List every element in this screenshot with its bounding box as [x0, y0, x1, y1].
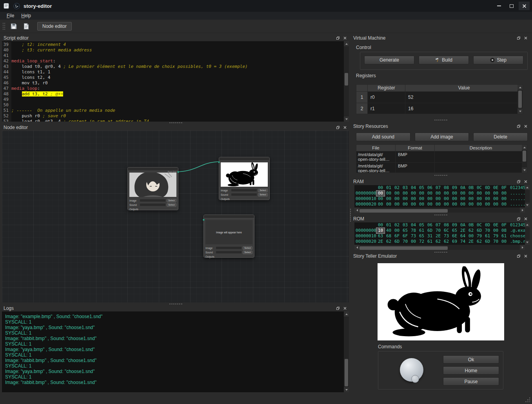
hex-byte-cell[interactable]: 00 — [442, 196, 450, 202]
register-row[interactable]: 2r116 — [356, 103, 523, 114]
media-node-1[interactable]: Port Out Image Select Sound Select — [127, 167, 178, 210]
hex-byte-cell[interactable]: 00 — [409, 191, 418, 196]
hex-byte-cell[interactable]: 00 — [393, 228, 401, 233]
hex-byte-cell[interactable]: 65 — [418, 233, 426, 239]
hex-byte-cell[interactable]: 72 — [418, 239, 426, 244]
window-resize-grip[interactable] — [525, 397, 530, 402]
registers-scrollbar[interactable] — [517, 85, 523, 114]
hex-byte-cell[interactable]: 00 — [401, 202, 409, 207]
build-button[interactable]: Build — [419, 56, 469, 64]
titlebar[interactable]: story-editor — [0, 0, 532, 12]
hex-byte-cell[interactable]: 62 — [385, 239, 393, 244]
hex-byte-cell[interactable]: 00 — [393, 202, 401, 207]
scroll-left-button[interactable] — [354, 245, 360, 250]
home-button[interactable]: Home — [443, 366, 499, 375]
close-icon[interactable] — [523, 124, 528, 129]
hex-byte-cell[interactable]: 00 — [492, 196, 500, 202]
code-lines[interactable]: 39 ; t2: increment 440 ; t3: current med… — [2, 42, 344, 122]
scroll-down-button[interactable] — [522, 167, 527, 173]
media-node-2[interactable]: Image Select Sound Select Outputs — [219, 157, 270, 200]
hex-byte-cell[interactable]: 00 — [393, 191, 401, 196]
hex-byte-cell[interactable]: 6D — [475, 228, 483, 233]
hex-byte-cell[interactable]: 00 — [442, 191, 450, 196]
scroll-right-button[interactable] — [520, 207, 525, 213]
save-button[interactable] — [8, 21, 19, 31]
hex-byte-cell[interactable]: 00 — [418, 196, 426, 202]
hex-byte-cell[interactable]: 00 — [492, 228, 500, 233]
logs-view[interactable]: Image: "example.bmp" , Sound: "choose1.s… — [2, 311, 349, 392]
scroll-up-button[interactable] — [344, 41, 349, 46]
hex-byte-cell[interactable]: 6E — [450, 233, 459, 239]
hex-byte-cell[interactable]: 31 — [426, 233, 434, 239]
step-button[interactable]: Step — [473, 56, 523, 64]
resources-scrollbar[interactable] — [522, 145, 527, 173]
hex-byte-cell[interactable]: 10 — [376, 228, 385, 233]
hex-byte-cell[interactable]: 73 — [409, 233, 418, 239]
close-icon[interactable] — [523, 179, 528, 184]
hex-byte-cell[interactable]: 65 — [450, 228, 459, 233]
hex-byte-cell[interactable]: 00 — [459, 196, 467, 202]
scroll-right-button[interactable] — [520, 245, 525, 250]
ok-button[interactable]: Ok — [443, 355, 499, 364]
scroll-down-button[interactable] — [344, 387, 349, 392]
hex-byte-cell[interactable]: 00 — [500, 196, 508, 202]
hex-byte-cell[interactable]: 00 — [483, 191, 492, 196]
scrollbar-thumb[interactable] — [518, 91, 522, 108]
hex-byte-cell[interactable]: 00 — [401, 196, 409, 202]
hex-byte-cell[interactable]: 00 — [426, 191, 434, 196]
hex-byte-cell[interactable]: 73 — [442, 233, 450, 239]
hex-byte-cell[interactable]: 00 — [426, 196, 434, 202]
hex-byte-cell[interactable]: 62 — [442, 239, 450, 244]
hex-byte-cell[interactable]: 00 — [385, 202, 393, 207]
hex-byte-cell[interactable]: 00 — [450, 202, 459, 207]
hex-byte-cell[interactable]: 6D — [426, 228, 434, 233]
hex-byte-cell[interactable]: 63 — [376, 233, 385, 239]
scroll-down-button[interactable] — [525, 203, 530, 207]
hex-byte-cell[interactable]: 79 — [492, 233, 500, 239]
hex-byte-cell[interactable]: 00 — [442, 202, 450, 207]
hex-byte-cell[interactable]: 00 — [492, 202, 500, 207]
hex-byte-cell[interactable]: 70 — [483, 228, 492, 233]
scroll-up-button[interactable] — [344, 311, 349, 317]
hex-byte-cell[interactable]: 00 — [475, 202, 483, 207]
hex-byte-cell[interactable]: 00 — [393, 196, 401, 202]
toolbar-grip[interactable] — [2, 22, 5, 30]
scroll-down-button[interactable] — [517, 109, 523, 114]
float-icon[interactable] — [516, 124, 521, 129]
scrollbar-thumb[interactable] — [345, 359, 348, 386]
input-port-dot[interactable] — [218, 161, 220, 163]
select-button[interactable]: Select — [167, 199, 176, 202]
hex-byte-cell[interactable]: 68 — [385, 233, 393, 239]
hex-byte-cell[interactable]: 00 — [500, 239, 508, 244]
hex-byte-cell[interactable]: 00 — [467, 191, 475, 196]
resource-row[interactable]: /mnt/data/git/open-story-tell…BMP — [356, 162, 527, 173]
hex-byte-cell[interactable]: 62 — [475, 239, 483, 244]
hex-byte-cell[interactable]: 00 — [418, 191, 426, 196]
hex-byte-cell[interactable]: 78 — [409, 228, 418, 233]
hex-byte-cell[interactable]: 00 — [459, 191, 467, 196]
hex-byte-cell[interactable]: 62 — [467, 228, 475, 233]
hex-byte-cell[interactable]: 00 — [500, 191, 508, 196]
hex-byte-cell[interactable]: 61 — [483, 233, 492, 239]
hex-byte-cell[interactable]: 69 — [450, 239, 459, 244]
scrollbar-thumb[interactable] — [360, 246, 448, 250]
hex-byte-cell[interactable]: 00 — [434, 196, 442, 202]
port-out[interactable]: Port Out — [168, 171, 179, 173]
hex-byte-cell[interactable]: 00 — [475, 196, 483, 202]
hex-byte-cell[interactable]: 2E — [434, 233, 442, 239]
scroll-up-button[interactable] — [525, 185, 530, 190]
hex-byte-cell[interactable]: 65 — [401, 228, 409, 233]
node-canvas[interactable]: Port Out Image Select Sound Select — [2, 131, 349, 302]
hex-byte-cell[interactable]: 6D — [483, 239, 492, 244]
resources-table[interactable]: File Format Description /mnt/data/git/op… — [356, 144, 527, 173]
rom-hex[interactable]: 000102030405060708090A0B0C0D0E0F01234567… — [354, 222, 525, 245]
hex-byte-cell[interactable]: 00 — [418, 202, 426, 207]
float-icon[interactable] — [516, 253, 521, 258]
menu-file[interactable]: File — [3, 12, 18, 19]
rom-vertical-scrollbar[interactable] — [525, 222, 530, 245]
hex-byte-cell[interactable]: 00 — [450, 196, 459, 202]
export-script-button[interactable] — [21, 21, 32, 31]
select-button[interactable]: Select — [243, 251, 252, 254]
float-icon[interactable] — [516, 35, 521, 40]
hex-byte-cell[interactable]: 00 — [492, 191, 500, 196]
